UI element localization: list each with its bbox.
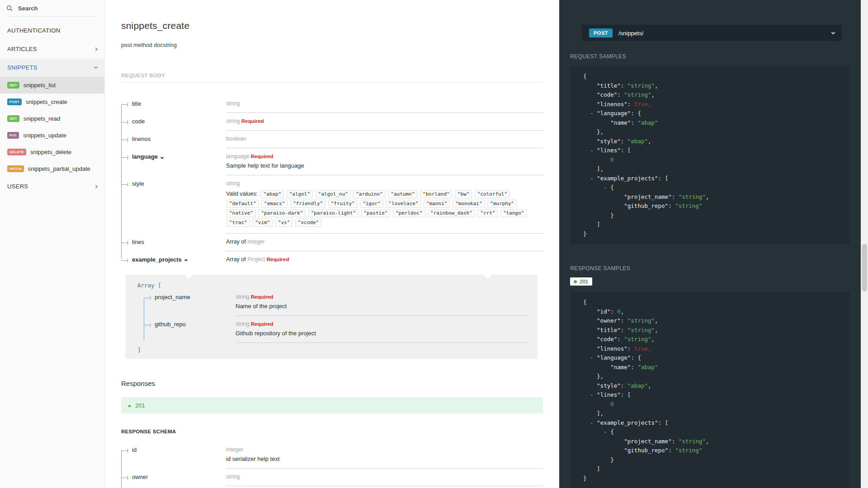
method-badge-put: PUT [7, 132, 19, 139]
field-name: style [132, 180, 144, 187]
tree-connector [121, 256, 132, 264]
sidebar-item-snippets_list[interactable]: GETsnippets_list [0, 77, 104, 94]
enum-value-chip: "abap" [260, 190, 284, 198]
enum-value-chip: "vs" [275, 219, 293, 227]
field-row-code: codestring Required [121, 113, 543, 131]
field-row-language: languagelanguage RequiredSample help tex… [121, 148, 543, 175]
field-help: Sample help text for language [226, 162, 543, 169]
panel-notch [484, 275, 492, 279]
enum-value-chip: "borland" [420, 190, 453, 198]
response-sample-code: {"id": 0,"owner": "string","title": "str… [570, 292, 850, 488]
sidebar-item-snippets_read[interactable]: GETsnippets_read [0, 110, 104, 127]
samples-panel: POST /snippets/ REQUEST SAMPLES {"title"… [559, 0, 861, 488]
request-sample-code: {"title": "string","code": "string","lin… [570, 66, 850, 244]
field-name: id [132, 446, 137, 453]
method-badge-get: GET [7, 82, 19, 89]
enum-value-chip: "vim" [252, 219, 273, 227]
sidebar-item-snippets[interactable]: SNIPPETS [0, 58, 104, 77]
field-type: string [226, 474, 543, 480]
search-input[interactable] [17, 5, 85, 12]
enum-value-chip: "manni" [424, 200, 450, 208]
enum-value-chip: "default" [226, 200, 259, 208]
tree-connector [144, 294, 155, 302]
sidebar-item-snippets_partial_update[interactable]: PATCHsnippets_partial_update [0, 160, 104, 177]
enum-value-chip: "algol_nu" [316, 190, 351, 198]
responses-heading: Responses [121, 380, 543, 387]
main-content: snippets_create post method docstring RE… [105, 0, 559, 488]
page-scrollbar[interactable] [861, 0, 868, 488]
sidebar-item-authentication[interactable]: AUTHENTICATION [0, 21, 104, 40]
tree-connector [121, 118, 132, 126]
tree-connector [121, 474, 132, 482]
field-type: Array of Project Required [226, 256, 543, 263]
operation-label: snippets_update [23, 132, 66, 139]
divider [6, 16, 98, 17]
field-name: title [132, 100, 141, 107]
field-type: string Required [236, 321, 528, 327]
sidebar-item-snippets_create[interactable]: POSTsnippets_create [0, 94, 104, 110]
tree-trunk [144, 298, 144, 340]
enum-value-chip: "xcode" [295, 219, 321, 227]
page-title: snippets_create [121, 20, 543, 31]
field-name: linenos [132, 136, 151, 142]
chevron-down-icon [160, 156, 164, 159]
field-row-owner: ownerstring [121, 469, 543, 486]
array-close-token: ] [137, 347, 528, 353]
enum-value-chip: "autumn" [388, 190, 417, 198]
field-help: id serializer help text [226, 455, 543, 462]
sidebar-item-snippets_update[interactable]: PUTsnippets_update [0, 127, 104, 144]
enum-value-chip: "paraiso-light" [308, 209, 359, 217]
tree-connector [121, 180, 132, 188]
field-type: string Required [226, 118, 543, 124]
field-name[interactable]: example_projects [132, 256, 187, 263]
enum-value-chip: "bw" [455, 190, 472, 198]
search-box[interactable] [0, 0, 104, 16]
field-type: Array of integer [226, 239, 543, 245]
field-row-example_projects: example_projectsArray of Project Require… [121, 251, 543, 268]
sidebar: AUTHENTICATION ARTICLES SNIPPETS GETsnip… [0, 0, 105, 488]
chevron-right-icon [94, 47, 98, 51]
field-name: lines [132, 239, 144, 245]
tree-trunk [121, 450, 122, 488]
chevron-right-icon [94, 184, 98, 188]
response-status-code: 201 [135, 402, 145, 409]
field-name[interactable]: language [132, 153, 163, 160]
endpoint-selector[interactable]: POST /snippets/ [582, 25, 842, 41]
tree-connector [121, 100, 132, 108]
field-name: owner [132, 474, 148, 480]
enum-value-chip: "algol" [287, 190, 313, 198]
field-type: string [226, 180, 543, 187]
method-badge-post: POST [589, 28, 613, 38]
operation-label: snippets_list [24, 82, 56, 89]
array-items-panel: Array [ project_namestring RequiredName … [126, 275, 538, 359]
enum-value-chip: "paraiso-dark" [258, 209, 306, 217]
response-schema-caption: RESPONSE SCHEMA [121, 429, 543, 434]
sidebar-item-snippets_delete[interactable]: DELETEsnippets_delete [0, 144, 104, 160]
field-type: language Required [226, 153, 543, 160]
valid-values: Valid values: "abap" "algol" "algol_nu" … [226, 189, 543, 227]
array-open-token: Array [ [137, 282, 528, 289]
enum-value-chip: "friendly" [290, 200, 326, 208]
request-body-caption: REQUEST BODY [121, 73, 543, 83]
field-type: string [226, 100, 543, 107]
enum-value-chip: "perldoc" [393, 209, 425, 217]
operation-label: snippets_delete [30, 149, 71, 155]
endpoint-path: /snippets/ [618, 30, 644, 37]
response-sample-tab-201[interactable]: 201 [570, 277, 592, 286]
field-help: Github repository of the project [236, 330, 528, 337]
chevron-up-icon [128, 404, 131, 408]
sidebar-item-articles[interactable]: ARTICLES [0, 40, 104, 58]
field-name: project_name [155, 294, 190, 300]
field-row-title: titlestring [121, 486, 543, 488]
tree-connector [144, 321, 155, 329]
sidebar-nav: AUTHENTICATION ARTICLES SNIPPETS GETsnip… [0, 21, 104, 196]
enum-value-chip: "rainbow_dash" [428, 209, 475, 217]
response-samples-label: RESPONSE SAMPLES [570, 265, 850, 272]
method-badge-post: POST [7, 99, 22, 105]
enum-value-chip: "colorful" [475, 190, 510, 198]
enum-value-chip: "fruity" [328, 200, 358, 208]
sidebar-item-users[interactable]: USERS [0, 177, 104, 196]
field-row-project_name: project_namestring RequiredName of the p… [144, 289, 528, 316]
response-201-bar[interactable]: 201 [121, 397, 543, 413]
scrollbar-thumb[interactable] [862, 244, 867, 291]
